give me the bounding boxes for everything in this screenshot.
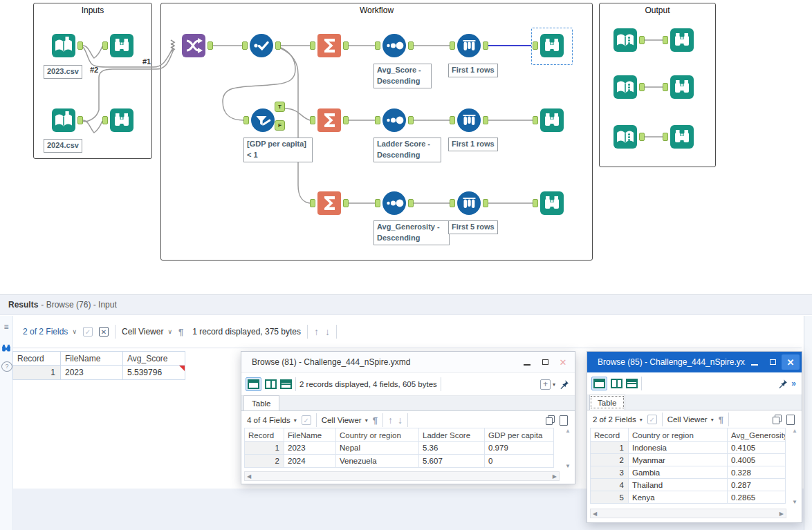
table-cell[interactable]: Nepal	[336, 442, 419, 455]
table-cell[interactable]: 2023	[284, 442, 336, 455]
horizontal-split-icon[interactable]	[626, 379, 638, 388]
scroll-right-arrow[interactable]: ▶	[553, 473, 557, 480]
tool-sort-2[interactable]	[382, 108, 407, 133]
output-anchor[interactable]	[483, 199, 488, 207]
fields-dropdown[interactable]: 2 of 2 Fields	[23, 327, 68, 337]
input-anchor[interactable]	[450, 41, 455, 50]
table-cell[interactable]: Indonesia	[629, 442, 728, 454]
new-document-icon[interactable]	[560, 415, 568, 426]
vertical-scrollbar[interactable]: ▲ ▼	[790, 428, 800, 505]
new-document-icon[interactable]	[786, 415, 795, 425]
output-anchor[interactable]	[77, 116, 83, 124]
tool-summarize-3[interactable]	[317, 191, 342, 216]
tool-browse-1-selected[interactable]	[539, 33, 564, 58]
scroll-up-arrow[interactable]: ▲	[792, 428, 797, 434]
tool-browse-2[interactable]	[539, 108, 564, 133]
cell-viewer-dropdown[interactable]: Cell Viewer	[667, 415, 708, 424]
table-cell[interactable]: Myanmar	[629, 454, 728, 466]
output-anchor[interactable]	[408, 116, 414, 124]
tool-text-input-3[interactable]	[613, 124, 638, 149]
output-anchor[interactable]	[77, 41, 83, 50]
table-cell[interactable]: 0.287	[728, 479, 786, 491]
close-button[interactable]: ✕	[782, 354, 800, 370]
tab-table[interactable]: Table	[243, 395, 279, 410]
tool-sort-1[interactable]	[382, 33, 407, 58]
input-anchor[interactable]	[663, 133, 668, 141]
input-anchor[interactable]	[102, 116, 108, 124]
scroll-down-arrow[interactable]: ▼	[565, 463, 571, 469]
output-anchor[interactable]	[483, 41, 488, 50]
annotation-input-2024[interactable]: 2024.csv	[44, 139, 82, 153]
input-anchor[interactable]	[375, 116, 380, 124]
tool-filter[interactable]	[250, 108, 275, 133]
output-anchor[interactable]	[343, 199, 349, 207]
input-anchor[interactable]	[533, 199, 538, 207]
tab-table[interactable]: Table	[589, 395, 625, 410]
column-header[interactable]: Avg_Score	[123, 351, 185, 366]
output-anchor[interactable]	[639, 83, 645, 91]
new-window-button[interactable]: +	[540, 379, 551, 390]
tool-select[interactable]	[249, 33, 274, 58]
table-cell[interactable]: 5.539796	[123, 366, 185, 380]
cell-viewer-dropdown[interactable]: Cell Viewer	[122, 327, 163, 337]
table-cell[interactable]: 2024	[284, 455, 336, 468]
scroll-up-icon[interactable]: ↑	[314, 326, 319, 337]
table-cell[interactable]: 0.979	[485, 442, 554, 455]
tool-sort-3[interactable]	[382, 191, 407, 216]
scroll-left-arrow[interactable]: ◀	[593, 511, 597, 517]
input-anchor[interactable]	[533, 116, 538, 124]
filter-false-anchor[interactable]: F	[275, 120, 285, 131]
single-pane-layout-selected[interactable]	[246, 377, 261, 391]
table-cell[interactable]: 0.2865	[728, 491, 786, 504]
minimize-button[interactable]	[746, 354, 764, 370]
annotation-sort-1[interactable]: Avg_Score - Descending	[373, 64, 432, 88]
maximize-button[interactable]	[536, 354, 554, 370]
tool-summarize-1[interactable]	[317, 33, 342, 58]
scroll-up-icon[interactable]: ↑	[388, 415, 393, 426]
input-anchor[interactable]	[375, 199, 380, 207]
table-cell[interactable]: 0.328	[728, 466, 786, 479]
input-anchor[interactable]	[450, 199, 455, 207]
annotation-input-2023[interactable]: 2023.csv	[44, 65, 82, 79]
column-header[interactable]: Record	[244, 428, 284, 442]
minimize-button[interactable]	[518, 354, 536, 370]
table-cell[interactable]: Venezuela	[336, 455, 419, 468]
select-all-checkbox-icon[interactable]: ✓	[83, 327, 93, 337]
column-header[interactable]: Avg_Generosity	[728, 428, 786, 442]
scroll-down-icon[interactable]: ↓	[325, 326, 330, 337]
input-anchor[interactable]	[533, 41, 538, 50]
table-cell[interactable]: Gambia	[629, 466, 728, 479]
tool-browse-output-3[interactable]	[670, 124, 694, 149]
horizontal-split-icon[interactable]	[280, 379, 292, 389]
table-cell[interactable]: 0	[485, 455, 554, 468]
output-anchor[interactable]	[275, 41, 281, 50]
table-cell[interactable]: 5.36	[419, 442, 485, 455]
table-cell[interactable]: 0.4005	[728, 454, 786, 466]
table-cell[interactable]: 2023	[61, 366, 123, 380]
record-number-cell[interactable]: 2	[244, 455, 284, 468]
tool-input-data-2024[interactable]	[51, 108, 76, 133]
messages-icon[interactable]: ≡	[1, 323, 11, 331]
tool-browse-input-2[interactable]	[109, 108, 134, 133]
pin-icon[interactable]	[559, 379, 569, 390]
union-multi-input-anchor[interactable]	[169, 39, 178, 52]
output-anchor[interactable]	[408, 41, 414, 50]
column-header[interactable]: Record	[12, 351, 61, 366]
annotation-sample-3[interactable]: First 5 rows	[448, 220, 498, 234]
overflow-chevron-icon[interactable]: »	[791, 379, 796, 388]
cell-viewer-dropdown[interactable]: Cell Viewer	[322, 416, 362, 424]
column-header[interactable]: GDP per capita	[485, 428, 554, 442]
deselect-all-checkbox-icon[interactable]: ✕	[99, 327, 109, 337]
scroll-down-arrow[interactable]: ▼	[792, 499, 797, 505]
tool-browse-input-1[interactable]	[109, 33, 134, 58]
window-titlebar[interactable]: Browse (85) - Challenge_444_nSpire.yx...…	[587, 352, 802, 372]
output-anchor[interactable]	[639, 133, 645, 141]
copy-icon[interactable]	[546, 415, 555, 425]
record-number-cell[interactable]: 5	[590, 491, 629, 504]
column-header[interactable]: Country or region	[336, 428, 419, 442]
vertical-split-icon[interactable]	[611, 379, 622, 388]
record-number-cell[interactable]: 4	[590, 479, 629, 491]
tool-input-data-2023[interactable]	[51, 33, 76, 58]
input-anchor[interactable]	[450, 116, 455, 124]
workflow-canvas[interactable]: Inputs Workflow Output	[0, 0, 812, 294]
